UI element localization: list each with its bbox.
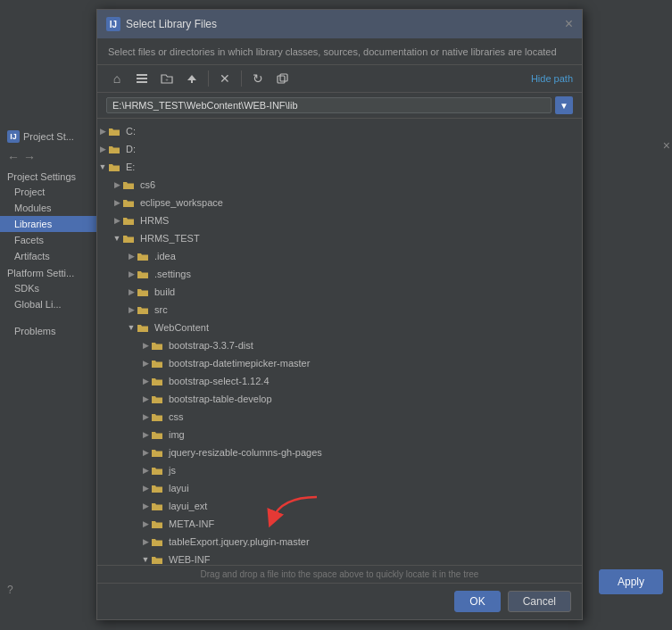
sidebar-item-artifacts[interactable]: Artifacts [0,248,102,264]
folder-icon-css [151,411,165,422]
sidebar-item-global-lib[interactable]: Global Li... [0,296,102,312]
folder-icon-e [108,162,122,172]
svg-rect-6 [280,74,287,81]
list-btn[interactable] [131,69,153,88]
folder-icon-js [151,465,165,476]
tree-item-img[interactable]: ▶ img [97,426,582,443]
ok-btn[interactable]: OK [454,591,500,612]
tree-item-css[interactable]: ▶ css [97,408,582,426]
tree-arrow-bootstrap337: ▶ [140,341,151,350]
tree-arrow-css: ▶ [140,412,151,421]
svg-rect-4 [191,80,193,83]
sidebar-item-libraries[interactable]: Libraries [0,216,102,232]
tree-item-cs6[interactable]: ▶ cs6 [97,176,582,194]
tree-item-meta-inf[interactable]: ▶ META-INF [97,515,582,533]
drag-hint: Drag and drop a file into the space abov… [97,566,582,584]
tree-label-c: C: [126,126,136,137]
tree-arrow-bootstrap-dt: ▶ [140,359,151,368]
folder-icon-layui-ext [151,501,165,511]
dialog-titlebar: IJ Select Library Files × [97,10,582,38]
refresh-btn[interactable]: ↻ [247,69,269,88]
cancel-btn[interactable]: Cancel [508,591,571,612]
sidebar-item-facets[interactable]: Facets [0,232,102,248]
project-settings-panel: IJ Project St... ← → Project Settings Pr… [0,125,103,607]
tree-arrow-idea: ▶ [126,252,137,261]
tree-arrow-layui-ext: ▶ [140,502,151,510]
folder-icon-hrms-test [122,233,137,244]
nav-forward-btn[interactable]: → [23,150,36,164]
folder-icon-bootstrap-select [151,376,165,386]
folder-icon-webcontent [137,322,151,333]
folder-icon-build [137,286,151,297]
ide-panel-close-btn[interactable]: × [663,138,670,153]
up-btn[interactable] [181,69,203,88]
sidebar-item-project[interactable]: Project [0,184,102,200]
tree-item-js[interactable]: ▶ js [97,461,582,479]
tree-item-webcontent[interactable]: ▼ WebContent [97,319,582,336]
tree-item-build[interactable]: ▶ build [97,283,582,301]
folder-icon-meta-inf [151,518,165,529]
folder-icon-eclipse [122,197,137,208]
tree-item-layui-ext[interactable]: ▶ layui_ext [97,497,582,515]
svg-rect-5 [278,76,285,83]
tree-item-bootstrap-dt[interactable]: ▶ bootstrap-datetimepicker-master [97,354,582,372]
dialog-title: Select Library Files [126,18,217,30]
tree-label-css: css [169,411,184,422]
tree-arrow-eclipse: ▶ [112,198,122,207]
hide-path-btn[interactable]: Hide path [531,73,573,84]
path-bar: ▼ [97,93,582,119]
tree-item-d[interactable]: ▶ D: [97,140,582,158]
tree-item-tableexport[interactable]: ▶ tableExport.jquery.plugin-master [97,533,582,551]
tree-item-bootstrap-select[interactable]: ▶ bootstrap-select-1.12.4 [97,372,582,390]
dialog-close-btn[interactable]: × [565,17,573,31]
tree-arrow-webinf: ▼ [140,555,151,564]
tree-label-idea: .idea [154,251,176,261]
tree-arrow-cs6: ▶ [112,180,122,189]
tree-item-bootstrap337[interactable]: ▶ bootstrap-3.3.7-dist [97,336,582,354]
tree-item-bootstrap-table[interactable]: ▶ bootstrap-table-develop [97,390,582,408]
path-dropdown-btn[interactable]: ▼ [555,96,573,114]
tree-arrow-bootstrap-table: ▶ [140,394,151,403]
intellij-icon: IJ [7,130,20,143]
tree-label-layui-ext: layui_ext [169,501,207,511]
help-icon[interactable]: ? [7,584,13,596]
folder-icon-bootstrap-dt [151,358,165,369]
tree-item-webinf[interactable]: ▼ WEB-INF [97,551,582,565]
folder-icon-webinf [151,554,165,565]
tree-item-c[interactable]: ▶ C: [97,122,582,140]
tree-item-eclipse[interactable]: ▶ eclipse_workspace [97,194,582,211]
tree-item-layui[interactable]: ▶ layui [97,479,582,497]
tree-item-jquery-resizable[interactable]: ▶ jquery-resizable-columns-gh-pages [97,443,582,461]
tree-label-bootstrap337: bootstrap-3.3.7-dist [169,340,253,351]
sidebar-item-sdks[interactable]: SDKs [0,280,102,296]
tree-arrow-js: ▶ [140,466,151,475]
toolbar-sep-1 [208,70,209,87]
home-btn[interactable]: ⌂ [106,69,128,88]
apply-btn[interactable]: Apply [599,569,663,594]
svg-rect-2 [137,81,147,83]
tree-item-hrms-test[interactable]: ▼ HRMS_TEST [97,229,582,247]
delete-btn[interactable]: ✕ [214,69,236,88]
path-input[interactable] [106,97,552,113]
tree-label-hrms-test: HRMS_TEST [140,233,200,244]
tree-item-e[interactable]: ▼ E: [97,158,582,176]
tree-item-hrms[interactable]: ▶ HRMS [97,211,582,229]
tree-item-src[interactable]: ▶ src [97,301,582,319]
nav-back-btn[interactable]: ← [7,150,20,164]
tree-label-hrms: HRMS [140,215,169,226]
new-folder-btn[interactable]: + [156,69,178,88]
folder-icon-hrms [122,215,137,226]
tree-item-idea[interactable]: ▶ .idea [97,247,582,265]
dialog-bottom: Drag and drop a file into the space abov… [97,565,582,619]
copy-path-btn[interactable] [272,69,294,88]
toolbar-left: ⌂ + ✕ ↻ [106,69,294,88]
sidebar-item-problems[interactable]: Problems [0,323,102,339]
folder-icon-bootstrap-table [151,394,165,404]
tree-label-tableexport: tableExport.jquery.plugin-master [169,536,310,547]
file-tree[interactable]: ▶ C: ▶ D: ▼ E: ▶ [97,119,582,565]
toolbar-sep-2 [241,70,242,87]
tree-label-jquery-resizable: jquery-resizable-columns-gh-pages [169,447,322,458]
tree-label-settings: .settings [154,269,191,279]
sidebar-item-modules[interactable]: Modules [0,200,102,216]
tree-item-settings[interactable]: ▶ .settings [97,265,582,283]
